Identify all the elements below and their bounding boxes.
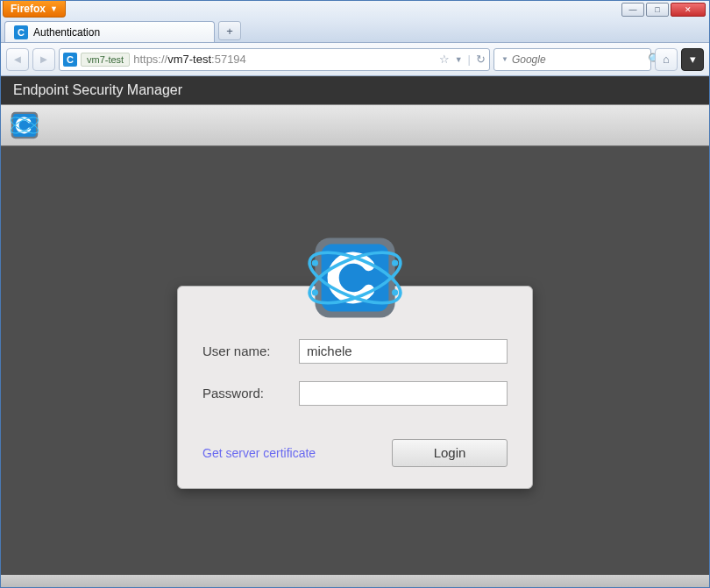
search-input[interactable] (512, 53, 644, 66)
app-logo-icon (8, 109, 41, 142)
home-button[interactable]: ⌂ (655, 48, 678, 71)
arrow-left-icon: ◄ (12, 53, 24, 66)
app-favicon-icon: C (14, 25, 28, 39)
login-button[interactable]: Login (392, 439, 508, 467)
firefox-menu-button[interactable]: Firefox ▼ (3, 1, 66, 18)
close-button[interactable]: ✕ (671, 3, 706, 17)
svg-point-11 (392, 289, 398, 295)
footer-strip (1, 575, 709, 587)
maximize-button[interactable]: □ (646, 3, 669, 17)
bookmarks-button[interactable]: ▾ (681, 48, 704, 71)
app-logo-large-icon (302, 225, 408, 330)
forward-button[interactable]: ► (32, 48, 55, 71)
password-input[interactable] (299, 381, 508, 406)
url-host: vm7-test (167, 53, 211, 66)
home-icon: ⌂ (663, 53, 670, 66)
reload-button[interactable]: ↻ (476, 53, 486, 66)
tab-title: Authentication (33, 26, 100, 39)
minimize-button[interactable]: — (621, 3, 644, 17)
chevron-down-icon: ▼ (50, 4, 58, 13)
navigation-toolbar: ◄ ► C vm7-test https:// vm7-test :57194 … (1, 43, 709, 76)
bookmarks-icon: ▾ (690, 53, 696, 66)
svg-point-9 (392, 259, 398, 266)
svg-point-10 (312, 289, 318, 295)
svg-point-8 (312, 259, 318, 266)
bookmark-star-icon[interactable]: ☆ (439, 53, 450, 66)
site-identity-block[interactable]: vm7-test (81, 53, 130, 67)
app-header (1, 104, 709, 146)
url-prefix: https:// (133, 53, 167, 66)
firefox-menu-label: Firefox (11, 3, 46, 15)
password-label: Password: (202, 386, 299, 400)
tab-strip: C Authentication + (1, 20, 709, 43)
username-label: User name: (202, 344, 299, 358)
chevron-down-icon[interactable]: ▼ (501, 55, 508, 63)
login-panel: User name: Password: Get server certific… (177, 286, 533, 489)
get-server-certificate-link[interactable]: Get server certificate (202, 446, 316, 460)
arrow-right-icon: ► (39, 53, 50, 66)
username-input[interactable] (299, 339, 508, 364)
dropdown-icon[interactable]: ▼ (455, 55, 463, 64)
page-content: Endpoint Security Manager Use (1, 76, 709, 587)
new-tab-button[interactable]: + (218, 21, 241, 40)
url-suffix: :57194 (211, 53, 246, 66)
app-title: Endpoint Security Manager (1, 76, 709, 104)
search-bar[interactable]: ▼ 🔍 (493, 48, 651, 71)
site-favicon-icon: C (63, 53, 77, 67)
back-button[interactable]: ◄ (6, 48, 29, 71)
url-bar[interactable]: C vm7-test https:// vm7-test :57194 ☆ ▼ … (59, 48, 490, 71)
tab-authentication[interactable]: C Authentication (4, 21, 215, 42)
